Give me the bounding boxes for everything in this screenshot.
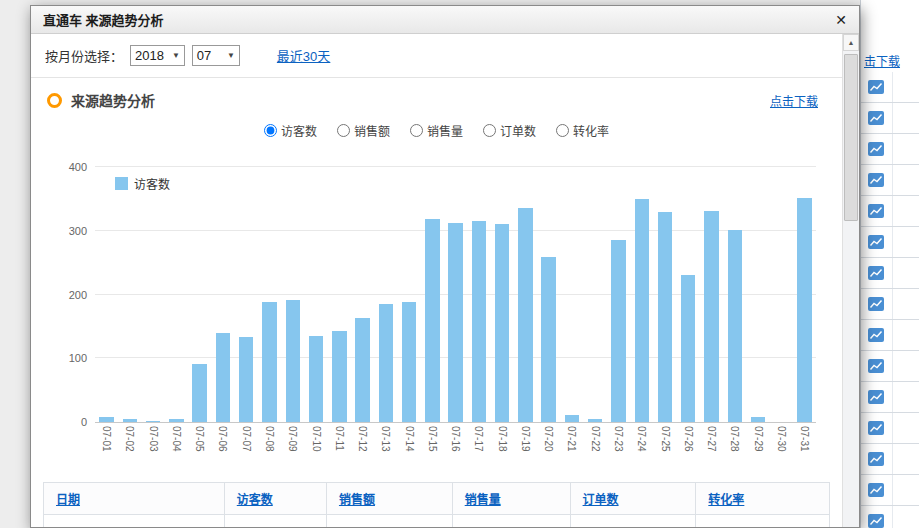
- line-chart-icon[interactable]: [868, 359, 884, 373]
- trend-chart: 访客数 0100200300400 07-0107-0207-0307-0407…: [95, 167, 816, 470]
- modal-scrollbar[interactable]: ▲: [842, 34, 859, 527]
- table-cell: [570, 515, 696, 528]
- bar-07-04: [169, 419, 183, 422]
- bar-07-05: [192, 364, 206, 422]
- metric-radio-2[interactable]: 销售量: [410, 122, 463, 139]
- line-chart-icon[interactable]: [868, 421, 884, 435]
- line-chart-icon[interactable]: [868, 173, 884, 187]
- background-table-row: [861, 444, 919, 475]
- y-axis-tick: 100: [47, 352, 87, 364]
- close-icon[interactable]: ✕: [835, 13, 847, 27]
- background-download-link[interactable]: 击下载: [864, 52, 900, 69]
- radio-input[interactable]: [410, 124, 423, 137]
- line-chart-icon[interactable]: [868, 235, 884, 249]
- x-label-slot: 07-29: [746, 426, 769, 470]
- table-header-row: 日期访客数销售额销售量订单数转化率: [44, 483, 830, 515]
- background-table-row: [861, 165, 919, 196]
- line-chart-icon[interactable]: [868, 266, 884, 280]
- metric-radio-0[interactable]: 访客数: [264, 122, 317, 139]
- line-chart-icon[interactable]: [868, 297, 884, 311]
- legend-label: 访客数: [134, 175, 170, 192]
- table-header-link[interactable]: 销售量: [465, 493, 501, 507]
- y-axis-tick: 200: [47, 289, 87, 301]
- bar-slot: [793, 167, 816, 422]
- scrollbar-thumb[interactable]: [844, 54, 858, 221]
- table-header-cell: 日期: [44, 483, 225, 515]
- recent-30-days-link[interactable]: 最近30天: [277, 46, 330, 65]
- scroll-up-arrow-icon[interactable]: ▲: [843, 34, 859, 51]
- x-label-slot: 07-13: [374, 426, 397, 470]
- bar-slot: [165, 167, 188, 422]
- background-table-row: [861, 320, 919, 351]
- bar-07-17: [472, 221, 486, 422]
- bar-slot: [491, 167, 514, 422]
- bar-slot: [258, 167, 281, 422]
- x-axis-label: 07-28: [729, 426, 740, 470]
- bar-07-02: [123, 419, 137, 422]
- radio-input[interactable]: [556, 124, 569, 137]
- bar-07-25: [658, 212, 672, 422]
- table-header-cell: 订单数: [570, 483, 696, 515]
- metric-radio-3[interactable]: 订单数: [483, 122, 536, 139]
- x-axis-label: 07-27: [706, 426, 717, 470]
- month-select[interactable]: 07 ▼: [192, 45, 240, 66]
- metric-radio-4[interactable]: 转化率: [556, 122, 609, 139]
- radio-input[interactable]: [483, 124, 496, 137]
- metric-radio-1[interactable]: 销售额: [337, 122, 390, 139]
- x-label-slot: 07-09: [281, 426, 304, 470]
- month-select-value: 07: [197, 48, 211, 63]
- bar-slot: [374, 167, 397, 422]
- line-chart-icon[interactable]: [868, 452, 884, 466]
- x-axis-label: 07-04: [171, 426, 182, 470]
- line-chart-icon[interactable]: [868, 204, 884, 218]
- bar-slot: [770, 167, 793, 422]
- bar-slot: [95, 167, 118, 422]
- bar-slot: [723, 167, 746, 422]
- x-label-slot: 07-25: [653, 426, 676, 470]
- bar-slot: [444, 167, 467, 422]
- x-axis-label: 07-19: [520, 426, 531, 470]
- x-label-slot: 07-11: [328, 426, 351, 470]
- background-table-row: [861, 258, 919, 289]
- bar-slot: [351, 167, 374, 422]
- table-header-cell: 销售量: [452, 483, 570, 515]
- bar-07-12: [355, 318, 369, 422]
- table-header-link[interactable]: 日期: [56, 493, 80, 507]
- bar-slot: [421, 167, 444, 422]
- line-chart-icon[interactable]: [868, 514, 884, 528]
- line-chart-icon[interactable]: [868, 328, 884, 342]
- table-header-link[interactable]: 转化率: [708, 493, 744, 507]
- bar-07-22: [588, 419, 602, 422]
- line-chart-icon[interactable]: [868, 111, 884, 125]
- bar-slot: [630, 167, 653, 422]
- chevron-down-icon: ▼: [227, 51, 235, 60]
- table-header-link[interactable]: 销售额: [339, 493, 375, 507]
- bar-slot: [560, 167, 583, 422]
- line-chart-icon[interactable]: [868, 142, 884, 156]
- bar-07-24: [635, 199, 649, 422]
- radio-input[interactable]: [264, 124, 277, 137]
- x-axis-label: 07-30: [776, 426, 787, 470]
- x-axis-label: 07-03: [148, 426, 159, 470]
- radio-input[interactable]: [337, 124, 350, 137]
- x-label-slot: 07-19: [514, 426, 537, 470]
- year-select[interactable]: 2018 ▼: [130, 45, 185, 66]
- table-header-link[interactable]: 订单数: [583, 493, 619, 507]
- line-chart-icon[interactable]: [868, 483, 884, 497]
- bar-slot: [328, 167, 351, 422]
- line-chart-icon[interactable]: [868, 80, 884, 94]
- background-table-row: [861, 475, 919, 506]
- x-axis-label: 07-26: [683, 426, 694, 470]
- table-cell: [326, 515, 452, 528]
- table-header-link[interactable]: 访客数: [237, 493, 273, 507]
- line-chart-icon[interactable]: [868, 390, 884, 404]
- metric-radio-group: 访客数销售额销售量订单数转化率: [31, 112, 842, 141]
- bar-slot: [397, 167, 420, 422]
- download-link[interactable]: 点击下载: [770, 92, 818, 109]
- y-axis-tick: 300: [47, 225, 87, 237]
- x-label-slot: 07-17: [467, 426, 490, 470]
- metric-label: 订单数: [500, 122, 536, 139]
- chart-legend[interactable]: 访客数: [115, 175, 170, 192]
- bar-07-20: [541, 257, 555, 422]
- bar-07-06: [216, 333, 230, 422]
